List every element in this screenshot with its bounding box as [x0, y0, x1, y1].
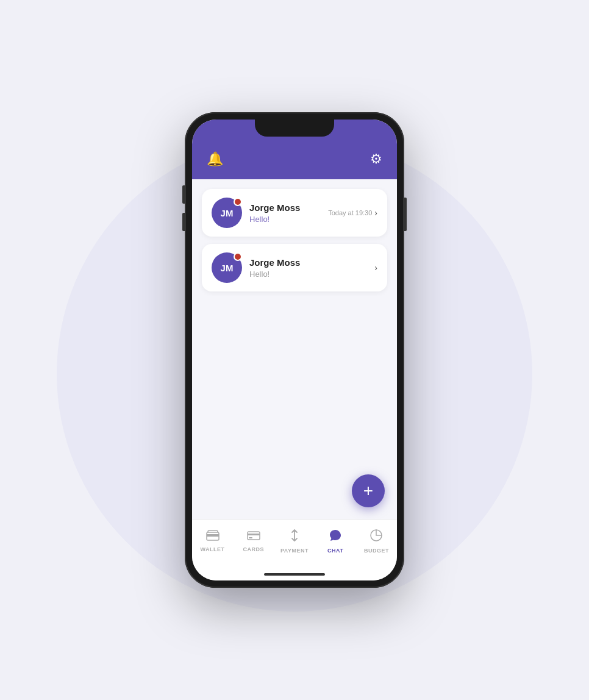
home-indicator — [192, 568, 397, 580]
chat-icon — [329, 529, 342, 545]
chat-info-2: Jorge Moss Hello! — [249, 257, 374, 279]
chevron-icon-2: › — [374, 263, 377, 273]
chat-list-content: JM Jorge Moss Hello! Today at 19:30 › J — [192, 179, 397, 520]
phone-frame: 🔔 ⚙ JM Jorge Moss Hello! Today at 19:30 — [185, 112, 404, 588]
svg-rect-2 — [248, 532, 260, 540]
notch — [255, 120, 334, 137]
chevron-icon-1: › — [374, 208, 377, 218]
volume-down-button — [182, 213, 185, 231]
nav-item-budget[interactable]: BUDGET — [356, 529, 397, 554]
avatar-wrapper-1: JM — [212, 198, 242, 228]
nav-label-budget: BUDGET — [364, 548, 389, 554]
gear-icon[interactable]: ⚙ — [370, 151, 382, 167]
svg-rect-4 — [249, 537, 252, 538]
phone-screen: 🔔 ⚙ JM Jorge Moss Hello! Today at 19:30 — [192, 120, 397, 580]
avatar-wrapper-2: JM — [212, 252, 242, 283]
nav-label-cards: CARDS — [243, 546, 265, 552]
chat-message-2: Hello! — [249, 270, 374, 279]
volume-up-button — [182, 185, 185, 204]
svg-rect-1 — [207, 534, 219, 537]
nav-label-payment: PAYMENT — [280, 548, 309, 554]
chat-message-1: Hello! — [249, 215, 328, 224]
svg-rect-3 — [248, 534, 260, 535]
bell-icon[interactable]: 🔔 — [207, 151, 223, 167]
chat-info-1: Jorge Moss Hello! — [249, 202, 328, 224]
chat-meta-1: Today at 19:30 › — [328, 208, 377, 218]
fab-button[interactable]: + — [352, 474, 385, 507]
wallet-icon — [206, 530, 220, 544]
nav-item-chat[interactable]: CHAT — [315, 529, 356, 554]
budget-icon — [369, 529, 383, 545]
app-header: 🔔 ⚙ — [192, 146, 397, 179]
payment-icon — [289, 529, 300, 545]
avatar-initials-1: JM — [221, 208, 234, 218]
chat-card-2[interactable]: JM Jorge Moss Hello! › — [202, 244, 387, 291]
notification-dot-2 — [234, 252, 242, 261]
chat-name-2: Jorge Moss — [249, 257, 374, 268]
avatar-initials-2: JM — [221, 263, 234, 273]
chat-meta-2: › — [374, 263, 377, 273]
chat-name-1: Jorge Moss — [249, 202, 328, 213]
cards-icon — [247, 530, 260, 544]
nav-item-wallet[interactable]: WALLET — [192, 530, 233, 552]
chat-time-1: Today at 19:30 — [328, 209, 372, 216]
home-bar — [264, 573, 325, 576]
nav-label-wallet: WALLET — [201, 546, 225, 552]
nav-item-cards[interactable]: CARDS — [233, 530, 274, 552]
chat-card-1[interactable]: JM Jorge Moss Hello! Today at 19:30 › — [202, 189, 387, 237]
nav-label-chat: CHAT — [327, 548, 343, 554]
nav-item-payment[interactable]: PAYMENT — [274, 529, 315, 554]
power-button — [404, 198, 407, 231]
bottom-navigation: WALLET CARDS PAYMENT — [192, 520, 397, 568]
notification-dot-1 — [234, 198, 242, 206]
fab-icon: + — [363, 481, 373, 501]
